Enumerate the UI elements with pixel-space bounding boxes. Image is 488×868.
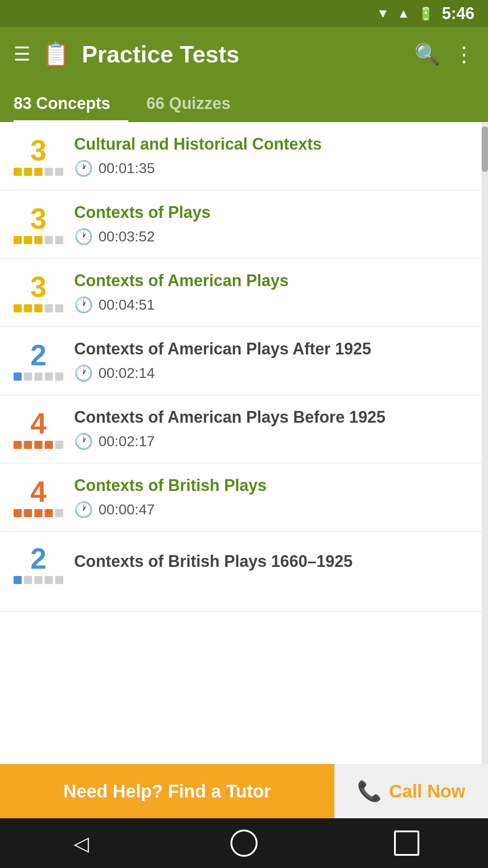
bar <box>14 441 22 449</box>
app-bar-title: Practice Tests <box>82 41 404 68</box>
score-number: 3 <box>30 273 47 302</box>
item-title: Contexts of Plays <box>74 203 474 222</box>
hamburger-menu-icon[interactable]: ☰ <box>14 45 31 64</box>
tab-concepts[interactable]: 83 Concepts <box>14 94 128 122</box>
score-number: 2 <box>30 544 47 573</box>
item-time: 🕐 00:00:47 <box>74 500 474 519</box>
app-bar-actions: 🔍 ⋮ <box>414 42 474 66</box>
list-item[interactable]: 3 Contexts of American Plays 🕐 00:04:51 <box>0 259 488 327</box>
status-time: 5:46 <box>442 4 474 23</box>
bar <box>24 168 32 176</box>
bar <box>34 576 42 584</box>
document-icon: 📋 <box>42 41 71 68</box>
score-bars <box>14 304 63 312</box>
call-now-button[interactable]: 📞 Call Now <box>334 764 488 818</box>
scrollbar-track <box>482 122 488 764</box>
bar <box>45 441 53 449</box>
item-info: Contexts of British Plays 🕐 00:00:47 <box>74 476 474 519</box>
score-badge: 3 <box>14 136 63 176</box>
score-badge: 4 <box>14 409 63 449</box>
bar <box>14 509 22 517</box>
clock-icon: 🕐 <box>74 364 93 382</box>
bar <box>34 373 42 381</box>
item-title: Cultural and Historical Contexts <box>74 135 474 154</box>
bar <box>34 168 42 176</box>
score-number: 2 <box>30 341 47 370</box>
score-bars <box>14 441 63 449</box>
score-bars <box>14 168 63 176</box>
bar <box>34 304 42 312</box>
bar <box>45 576 53 584</box>
find-tutor-label: Need Help? Find a Tutor <box>63 781 271 802</box>
bar <box>45 509 53 517</box>
bar <box>24 304 32 312</box>
list-item[interactable]: 2 Contexts of American Plays After 1925 … <box>0 327 488 395</box>
scrollbar-thumb[interactable] <box>482 127 488 172</box>
recents-button[interactable] <box>391 827 422 859</box>
item-time: 🕐 00:02:14 <box>74 364 474 382</box>
bar <box>55 236 63 244</box>
score-bars <box>14 576 63 584</box>
clock-icon: 🕐 <box>74 159 93 177</box>
clock-icon: 🕐 <box>74 500 93 519</box>
bar <box>45 304 53 312</box>
item-title: Contexts of British Plays <box>74 476 474 495</box>
list-item[interactable]: 4 Contexts of American Plays Before 1925… <box>0 395 488 463</box>
score-badge: 4 <box>14 477 63 517</box>
bar <box>55 576 63 584</box>
bar <box>34 509 42 517</box>
score-bars <box>14 509 63 517</box>
call-now-label: Call Now <box>389 781 465 802</box>
list-item[interactable]: 4 Contexts of British Plays 🕐 00:00:47 <box>0 463 488 532</box>
battery-icon: 🔋 <box>418 6 434 21</box>
phone-icon: 📞 <box>357 779 382 803</box>
bar <box>45 236 53 244</box>
find-tutor-button[interactable]: Need Help? Find a Tutor <box>0 764 334 818</box>
status-icons: ▼ ▲ 🔋 5:46 <box>377 4 475 23</box>
bar <box>14 236 22 244</box>
bar <box>45 373 53 381</box>
bar <box>55 373 63 381</box>
item-title: Contexts of American Plays After 1925 <box>74 340 474 359</box>
score-badge: 3 <box>14 273 63 312</box>
more-options-icon[interactable]: ⋮ <box>454 42 474 66</box>
item-info: Cultural and Historical Contexts 🕐 00:01… <box>74 135 474 177</box>
status-bar: ▼ ▲ 🔋 5:46 <box>0 0 488 27</box>
app-bar: ☰ 📋 Practice Tests 🔍 ⋮ <box>0 27 488 81</box>
clock-icon: 🕐 <box>74 432 93 450</box>
bar <box>14 373 22 381</box>
wifi-icon: ▼ <box>377 6 389 21</box>
bar <box>55 509 63 517</box>
tab-quizzes[interactable]: 66 Quizzes <box>128 94 249 122</box>
bar <box>24 373 32 381</box>
item-time: 🕐 00:04:51 <box>74 296 474 314</box>
item-info: Contexts of American Plays After 1925 🕐 … <box>74 340 474 382</box>
nav-bar <box>0 818 488 868</box>
score-number: 3 <box>30 204 47 233</box>
score-badge: 3 <box>14 204 63 244</box>
clock-icon: 🕐 <box>74 227 93 245</box>
item-info: Contexts of American Plays 🕐 00:04:51 <box>74 271 474 314</box>
bar <box>14 576 22 584</box>
back-button[interactable] <box>66 827 97 859</box>
list-item[interactable]: 2 Contexts of British Plays 1660–1925 <box>0 532 488 612</box>
item-time: 🕐 00:02:17 <box>74 432 474 450</box>
score-badge: 2 <box>14 341 63 381</box>
item-info: Contexts of British Plays 1660–1925 <box>74 552 474 576</box>
list-item[interactable]: 3 Contexts of Plays 🕐 00:03:52 <box>0 190 488 259</box>
home-button[interactable] <box>228 827 260 859</box>
item-info: Contexts of American Plays Before 1925 🕐… <box>74 408 474 450</box>
score-number: 3 <box>30 136 47 165</box>
item-time: 🕐 00:01:35 <box>74 159 474 177</box>
item-time: 🕐 00:03:52 <box>74 227 474 245</box>
item-title: Contexts of American Plays <box>74 271 474 290</box>
item-title: Contexts of British Plays 1660–1925 <box>74 552 474 571</box>
clock-icon: 🕐 <box>74 296 93 314</box>
bar <box>24 576 32 584</box>
score-badge: 2 <box>14 544 63 584</box>
signal-icon: ▲ <box>397 6 410 21</box>
bar <box>45 168 53 176</box>
list-item[interactable]: 3 Cultural and Historical Contexts 🕐 00:… <box>0 122 488 190</box>
search-icon[interactable]: 🔍 <box>414 42 440 66</box>
bar <box>24 236 32 244</box>
